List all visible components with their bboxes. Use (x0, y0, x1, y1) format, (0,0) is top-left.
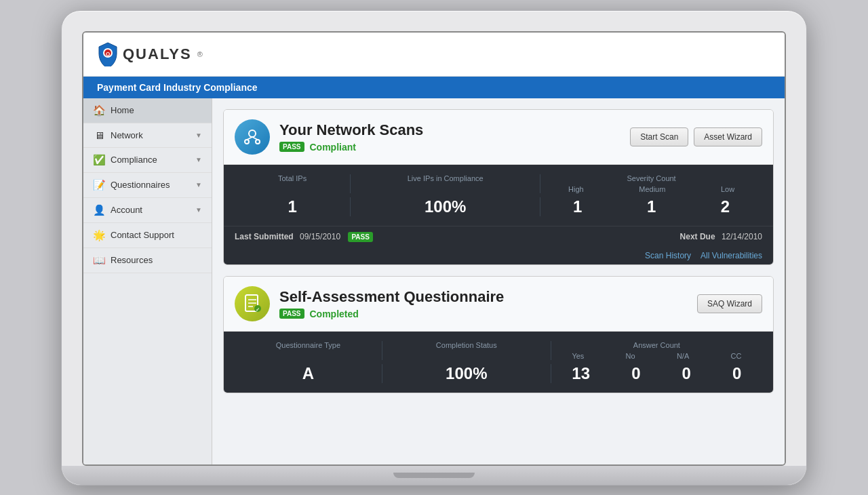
q-status-header: Completion Status (382, 341, 551, 360)
sidebar-item-resources[interactable]: 📖 Resources (83, 248, 212, 273)
network-scans-card: Your Network Scans PASS Compliant Start … (223, 109, 774, 265)
severity-medium-value: 1 (647, 197, 656, 216)
severity-values: 1 1 2 (540, 197, 762, 216)
saq-card: ✓ Self-Assessment Questionnaire PASS Com… (223, 276, 774, 393)
next-due-date: 12/14/2010 (722, 232, 762, 241)
sidebar-item-questionnaires[interactable]: 📝 Questionnaires ▼ (83, 173, 212, 198)
live-ips-value: 100% (351, 197, 540, 216)
resources-icon: 📖 (93, 254, 105, 266)
network-scans-info-bar: Last Submitted 09/15/2010 PASS Next Due … (224, 226, 773, 247)
chevron-down-icon-2: ▼ (195, 156, 202, 163)
saq-header: ✓ Self-Assessment Questionnaire PASS Com… (224, 277, 773, 332)
severity-low-value: 2 (721, 197, 730, 216)
network-scans-buttons: Start Scan Asset Wizard (630, 127, 762, 146)
live-ips-header: Live IPs in Compliance (351, 174, 540, 193)
saq-table-values: A 100% 13 0 0 0 (235, 364, 762, 383)
network-scans-table-values: 1 100% 1 1 2 (235, 197, 762, 216)
logo-trademark: ® (197, 50, 203, 58)
sidebar-item-compliance[interactable]: ✅ Compliance ▼ (83, 148, 212, 173)
sidebar-item-network[interactable]: 🖥 Network ▼ (83, 123, 212, 148)
network-scans-status: Compliant (310, 142, 356, 153)
start-scan-button[interactable]: Start Scan (630, 127, 688, 146)
svg-text:✓: ✓ (256, 307, 260, 312)
sidebar-item-account[interactable]: 👤 Account ▼ (83, 198, 212, 223)
saq-table-header: Questionnaire Type Completion Status Ans… (235, 341, 762, 360)
compliance-icon: ✅ (93, 154, 105, 166)
saq-title: Self-Assessment Questionnaire (279, 288, 688, 306)
network-scans-links: Scan History All Vulnerabilities (224, 247, 773, 264)
sidebar-item-contact-support[interactable]: 🌟 Contact Support (83, 223, 212, 248)
q-type-value: A (235, 364, 382, 383)
na-value: 0 (682, 364, 691, 383)
saq-wizard-button[interactable]: SAQ Wizard (697, 294, 762, 313)
no-label: No (626, 352, 635, 360)
laptop-base (62, 466, 806, 485)
severity-low-label: Low (721, 185, 734, 193)
sidebar: 🏠 Home 🖥 Network ▼ ✅ Compliance ▼ 📝 Ques… (83, 98, 212, 464)
chevron-down-icon-4: ▼ (195, 206, 202, 214)
scan-history-link[interactable]: Scan History (645, 251, 691, 260)
network-icon: 🖥 (93, 130, 105, 141)
sidebar-label-contact-support: Contact Support (111, 230, 202, 240)
answer-sub-headers: Yes No N/A CC (551, 352, 762, 360)
total-ips-value: 1 (235, 197, 351, 216)
all-vulnerabilities-link[interactable]: All Vulnerabilities (701, 251, 762, 260)
sidebar-label-resources: Resources (111, 255, 202, 265)
sidebar-label-questionnaires: Questionnaires (111, 180, 190, 190)
saq-data-table: Questionnaire Type Completion Status Ans… (224, 332, 773, 393)
severity-high-value: 1 (573, 197, 582, 216)
cc-value: 0 (732, 364, 741, 383)
severity-high-label: High (568, 185, 584, 193)
sidebar-label-compliance: Compliance (111, 155, 190, 165)
account-icon: 👤 (93, 204, 105, 216)
sidebar-label-home: Home (111, 105, 202, 115)
next-due-info: Next Due 12/14/2010 (680, 232, 762, 241)
no-value: 0 (631, 364, 640, 383)
network-scans-header: Your Network Scans PASS Compliant Start … (224, 110, 773, 165)
sidebar-label-account: Account (111, 205, 190, 215)
severity-count-header: Severity Count High Medium Low (540, 174, 762, 193)
home-icon: 🏠 (93, 104, 105, 117)
laptop-frame: Q QUALYS ® Payment Card Industry Complia… (61, 10, 807, 486)
svg-point-3 (249, 130, 256, 137)
asset-wizard-button[interactable]: Asset Wizard (694, 127, 762, 146)
yes-value: 13 (572, 364, 590, 383)
main-layout: 🏠 Home 🖥 Network ▼ ✅ Compliance ▼ 📝 Ques… (83, 98, 785, 464)
blue-banner: Payment Card Industry Compliance (83, 77, 785, 98)
laptop-screen: Q QUALYS ® Payment Card Industry Complia… (82, 31, 786, 466)
last-submitted-info: Last Submitted 09/15/2010 PASS (235, 232, 373, 241)
next-due-label: Next Due (680, 232, 715, 241)
contact-support-icon: 🌟 (93, 229, 105, 241)
severity-medium-label: Medium (639, 185, 665, 193)
cc-label: CC (730, 352, 741, 360)
svg-text:Q: Q (106, 51, 110, 57)
chevron-down-icon: ▼ (195, 132, 202, 139)
saq-buttons: SAQ Wizard (697, 294, 762, 313)
last-submitted-label: Last Submitted (235, 232, 294, 241)
questionnaires-icon: 📝 (93, 179, 105, 191)
svg-point-5 (256, 140, 260, 144)
svg-line-7 (252, 137, 258, 140)
logo: Q QUALYS ® (97, 42, 203, 66)
q-type-header: Questionnaire Type (235, 341, 382, 360)
saq-title-area: Self-Assessment Questionnaire PASS Compl… (279, 288, 688, 319)
saq-status-line: PASS Completed (279, 309, 688, 319)
network-scans-status-line: PASS Compliant (279, 142, 620, 153)
q-status-value: 100% (382, 364, 551, 383)
q-answer-count-header: Answer Count Yes No N/A CC (551, 341, 762, 360)
network-scans-pass-badge: PASS (279, 142, 304, 152)
network-scans-table-header: Total IPs Live IPs in Compliance Severit… (235, 174, 762, 193)
svg-line-6 (247, 137, 252, 140)
sidebar-item-home[interactable]: 🏠 Home (83, 98, 212, 123)
total-ips-header: Total IPs (235, 174, 351, 193)
saq-status: Completed (310, 309, 359, 319)
saq-icon: ✓ (235, 286, 270, 321)
last-submitted-date: 09/15/2010 (300, 232, 340, 241)
saq-icon-svg: ✓ (243, 294, 262, 314)
network-scans-title-area: Your Network Scans PASS Compliant (279, 121, 620, 153)
network-scans-data-table: Total IPs Live IPs in Compliance Severit… (224, 165, 773, 226)
q-answer-values: 13 0 0 0 (551, 364, 762, 383)
app-header: Q QUALYS ® (83, 33, 785, 77)
network-icon-svg (242, 127, 262, 147)
sidebar-label-network: Network (111, 130, 190, 140)
